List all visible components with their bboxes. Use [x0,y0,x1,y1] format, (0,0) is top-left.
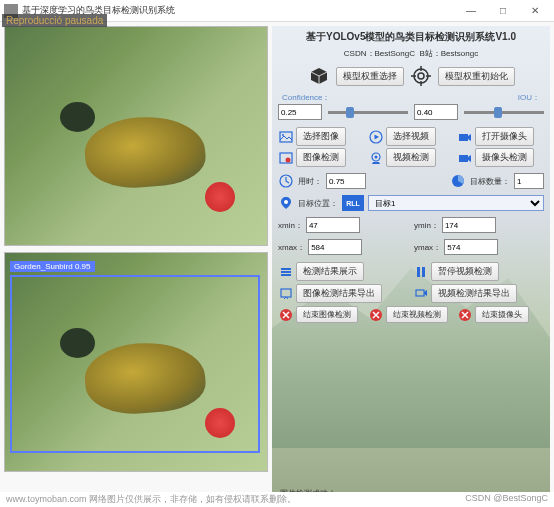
camera-icon [457,129,473,145]
svg-rect-23 [281,268,291,270]
time-label: 用时： [298,176,322,187]
end-camera-button[interactable]: 结束摄像头 [475,306,529,323]
detection-bbox [10,275,260,453]
svg-rect-29 [416,290,424,296]
svg-point-22 [284,200,288,204]
stop-image-icon [278,307,294,323]
rll-badge: RLL [342,195,364,211]
image-icon [278,129,294,145]
camera-solid-icon [457,150,473,166]
svg-point-17 [374,155,377,158]
xmin-label: xmin： [278,220,303,231]
left-panel: Gorden_Sunbird 0.95 [4,26,268,503]
detect-image-icon [278,150,294,166]
svg-marker-11 [374,134,379,139]
end-image-button[interactable]: 结束图像检测 [296,306,358,323]
svg-rect-27 [422,267,425,277]
detection-label: Gorden_Sunbird 0.95 [10,261,95,272]
xmin-input[interactable] [306,217,360,233]
play-icon [368,129,384,145]
xmax-label: xmax： [278,242,305,253]
export-image-icon [278,286,294,302]
iou-input[interactable] [414,104,458,120]
target-select[interactable]: 目标1 [368,195,544,211]
export-video-button[interactable]: 视频检测结果导出 [431,284,517,303]
svg-rect-26 [417,267,420,277]
result-image: Gorden_Sunbird 0.95 [4,252,268,472]
pie-icon [450,173,466,189]
export-image-button[interactable]: 图像检测结果导出 [296,284,382,303]
time-value [326,173,366,189]
svg-point-3 [418,73,424,79]
app-title: 基于YOLOv5模型的鸟类目标检测识别系统V1.0 [278,30,544,44]
svg-point-2 [414,69,428,83]
end-video-button[interactable]: 结束视频检测 [386,306,448,323]
ymin-label: ymin： [414,220,439,231]
ymin-input[interactable] [442,217,496,233]
xmax-input[interactable] [308,239,362,255]
svg-rect-8 [280,132,292,142]
show-results-button[interactable]: 检测结果展示 [296,262,364,281]
cube-icon [308,65,330,87]
stop-camera-icon [457,307,473,323]
pause-video-button[interactable]: 暂停视频检测 [431,262,499,281]
model-init-button[interactable]: 模型权重初始化 [438,67,515,86]
svg-rect-12 [459,134,468,141]
svg-point-15 [286,157,291,162]
location-icon [278,195,294,211]
ymax-input[interactable] [444,239,498,255]
list-icon [278,264,294,280]
close-button[interactable]: ✕ [520,2,550,20]
target-icon [410,65,432,87]
watermark: www.toymoban.com 网络图片仅供展示，非存储，如有侵权请联系删除。… [0,492,554,507]
svg-rect-24 [281,271,291,273]
minimize-button[interactable]: — [456,2,486,20]
webcam-icon [368,150,384,166]
ymax-label: ymax： [414,242,441,253]
iou-label: IOU： [518,92,540,103]
confidence-slider[interactable] [328,105,408,119]
select-video-button[interactable]: 选择视频 [386,127,436,146]
source-image [4,26,268,246]
detect-image-button[interactable]: 图像检测 [296,148,346,167]
pause-icon [413,264,429,280]
count-value [514,173,544,189]
detect-camera-button[interactable]: 摄像头检测 [475,148,534,167]
open-camera-button[interactable]: 打开摄像头 [475,127,534,146]
svg-rect-25 [281,274,291,276]
count-label: 目标数量： [470,176,510,187]
control-panel: 基于YOLOv5模型的鸟类目标检测识别系统V1.0 CSDN：BestSongC… [272,26,550,503]
export-video-icon [413,286,429,302]
iou-slider[interactable] [464,105,544,119]
app-subtitle: CSDN：BestSongC B站：Bestsongc [278,48,544,59]
playback-overlay: Reproducció pausada [2,14,107,27]
confidence-label: Confidence： [282,92,330,103]
stop-video-icon [368,307,384,323]
maximize-button[interactable]: □ [488,2,518,20]
model-select-button[interactable]: 模型权重选择 [336,67,404,86]
select-image-button[interactable]: 选择图像 [296,127,346,146]
detect-video-button[interactable]: 视频检测 [386,148,436,167]
confidence-input[interactable] [278,104,322,120]
svg-rect-18 [459,155,468,162]
svg-marker-13 [468,134,471,141]
clock-icon [278,173,294,189]
svg-rect-28 [281,289,291,297]
position-label: 目标位置： [298,198,338,209]
svg-marker-19 [468,155,471,162]
